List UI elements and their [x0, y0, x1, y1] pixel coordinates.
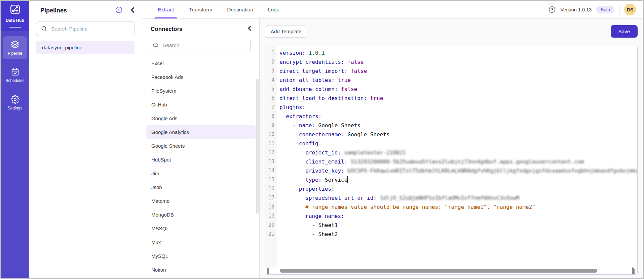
code-token: [344, 59, 348, 65]
workspace: Add Template Save 1234567891011121314151…: [260, 19, 643, 278]
line-number: 15: [265, 175, 277, 184]
topbar-divider: [619, 5, 619, 15]
code-token: 1dljO_S2uQjmNHFSsIbflaUMvIvf7nmf6HnvC3cO…: [380, 195, 519, 201]
connector-item[interactable]: Mux: [146, 235, 256, 249]
add-template-button[interactable]: Add Template: [265, 25, 307, 38]
code-line: type: Service: [279, 175, 637, 184]
code-token: add_dbname_column:: [279, 86, 338, 92]
line-number: 11: [265, 139, 277, 148]
sidebar-item-label: Settings: [8, 106, 22, 110]
tab-logs[interactable]: Logs: [263, 1, 284, 18]
line-number: 19: [265, 212, 277, 221]
pipelines-panel: Pipelines d: [29, 1, 142, 278]
code-token: [279, 140, 299, 147]
tab-extract[interactable]: Extract: [153, 1, 179, 18]
code-token: spreadsheet_url_or_id:: [305, 195, 377, 201]
sidebar-nav: PipelineSchedulesSettings: [1, 36, 29, 114]
sidebar-item-settings[interactable]: Settings: [3, 91, 27, 114]
collapse-pipelines-icon[interactable]: [129, 7, 135, 14]
connector-item[interactable]: MSSQL: [146, 222, 256, 235]
beta-badge: Beta: [596, 6, 614, 13]
tab-destination[interactable]: Destination: [222, 1, 258, 18]
collapse-connectors-icon[interactable]: [247, 26, 252, 33]
scroll-right-arrow-icon[interactable]: [632, 269, 636, 273]
code-token: Google Sheets: [344, 131, 390, 138]
code-token: [367, 95, 370, 101]
connector-item[interactable]: Google Ads: [146, 111, 256, 125]
editor-code-area[interactable]: version: 1.0.1encrypt_credentials: false…: [277, 46, 637, 268]
add-pipeline-icon[interactable]: [115, 6, 123, 15]
code-token: plugins:: [279, 104, 305, 110]
pipeline-list-item[interactable]: datasync_pipeline: [36, 41, 135, 54]
code-editor: 123456789101112131415161718192021 versio…: [265, 46, 638, 275]
connector-item[interactable]: Excel: [146, 56, 256, 70]
code-token: Service: [321, 177, 347, 183]
connector-item[interactable]: Notion: [146, 263, 256, 277]
code-token: false: [347, 59, 364, 65]
code-token: [377, 195, 380, 201]
connector-list: ExcelFacebook AdsFileSystemGitHubGoogle …: [146, 56, 256, 277]
code-token: -: [312, 222, 318, 228]
topbar: ExtractTransformDestinationLogs ? Versio…: [142, 1, 643, 19]
code-token: union_all_tables:: [279, 77, 335, 83]
code-line: range_names:: [279, 212, 637, 221]
tab-transform[interactable]: Transform: [184, 1, 217, 18]
connectors-title: Connectors: [151, 26, 247, 33]
code-line: encrypt_credentials: false: [279, 57, 637, 66]
horizontal-scrollbar-thumb[interactable]: [280, 269, 597, 273]
sidebar-item-schedules[interactable]: Schedules: [3, 64, 27, 87]
line-number: 3: [265, 66, 277, 76]
connector-item[interactable]: Json: [146, 180, 256, 194]
connectors-scrollbar-thumb[interactable]: [256, 79, 259, 214]
code-token: version:: [279, 50, 305, 56]
code-token: config:: [299, 140, 321, 147]
line-number: 6: [265, 94, 277, 103]
code-token: [279, 204, 305, 210]
code-token: [279, 149, 305, 156]
code-token: private_key:: [305, 168, 344, 174]
connector-item[interactable]: MySQL: [146, 249, 256, 263]
connector-item[interactable]: MongoDB: [146, 208, 256, 222]
help-icon[interactable]: ?: [548, 6, 556, 13]
code-line: project_id: sampletester-210021: [279, 148, 637, 157]
scroll-left-arrow-icon[interactable]: [267, 269, 270, 273]
code-token: [305, 50, 309, 56]
editor-gutter: 123456789101112131415161718192021: [265, 46, 277, 268]
pipeline-search-input[interactable]: [36, 21, 135, 36]
connector-item[interactable]: GitHub: [146, 98, 256, 111]
code-token: [338, 86, 341, 92]
line-number: 2: [265, 57, 277, 66]
app-window: Data Hub PipelineSchedulesSettings Pipel…: [0, 0, 644, 279]
pipelines-title: Pipelines: [40, 7, 115, 14]
connector-search-input[interactable]: [148, 38, 251, 52]
connector-item[interactable]: Facebook Ads: [146, 70, 256, 84]
line-number: 8: [265, 112, 277, 121]
code-token: [279, 195, 305, 201]
code-token: [279, 222, 312, 228]
code-token: [335, 77, 338, 83]
code-token: # range_names value should be range_name…: [305, 204, 535, 210]
line-number: 5: [265, 85, 277, 94]
code-line: config:: [279, 139, 637, 148]
code-token: [279, 231, 312, 237]
code-token: [279, 158, 305, 165]
connector-item[interactable]: Matomo: [146, 194, 256, 208]
sidebar: Data Hub PipelineSchedulesSettings: [1, 1, 29, 278]
brand-divider: [9, 27, 21, 28]
brand-block[interactable]: Data Hub: [1, 1, 29, 31]
code-line: extractors:: [279, 112, 637, 121]
connector-item[interactable]: Jira: [146, 167, 256, 180]
line-number: 9: [265, 121, 277, 130]
code-token: true: [338, 77, 351, 83]
user-avatar[interactable]: DS: [624, 4, 636, 15]
connector-item[interactable]: Google Analytics: [146, 125, 256, 139]
line-number: 12: [265, 148, 277, 157]
save-button[interactable]: Save: [611, 25, 638, 38]
connector-item[interactable]: FileSystem: [146, 84, 256, 98]
connector-item[interactable]: Google Sheets: [146, 139, 256, 153]
code-line: spreadsheet_url_or_id: 1dljO_S2uQjmNHFSs…: [279, 193, 637, 202]
sidebar-item-pipeline[interactable]: Pipeline: [3, 36, 27, 59]
calendar-check-icon: [11, 67, 20, 76]
connector-item[interactable]: HubSpot: [146, 153, 256, 167]
code-token: client_email:: [305, 158, 347, 165]
